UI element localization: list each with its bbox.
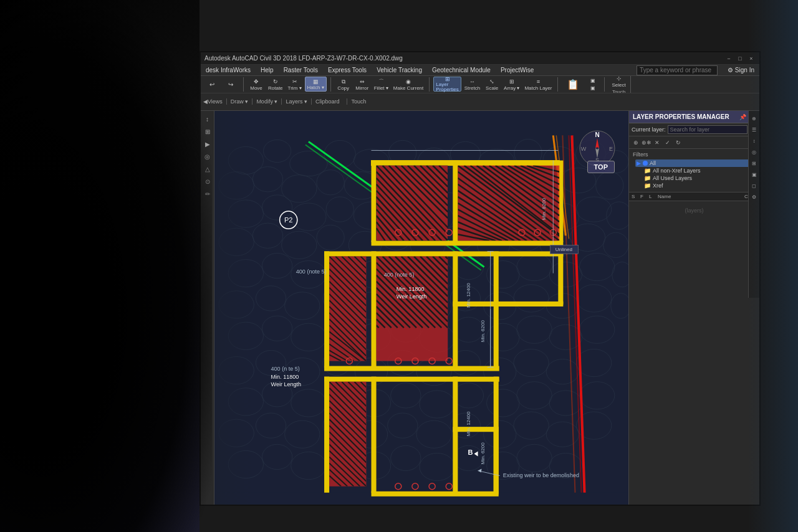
bg-left — [0, 0, 200, 532]
panel-header: LAYER PROPERTIES MANAGER 📌 × — [629, 111, 759, 123]
minimize-button[interactable]: − — [724, 54, 733, 63]
filter-all-dot — [643, 161, 648, 166]
svg-text:E: E — [609, 146, 613, 152]
monitor-screen: Autodesk AutoCAD Civil 3D 2018 LFD-ARP-Z… — [200, 51, 761, 506]
filter-all[interactable]: ▶ All — [635, 159, 756, 167]
menu-help[interactable]: Help — [258, 66, 276, 74]
left-tool-1[interactable]: ↕ — [202, 113, 213, 125]
layer-search-input[interactable] — [668, 125, 748, 134]
svg-text:Min. 8200: Min. 8200 — [541, 197, 547, 220]
panel-side-btn8[interactable]: ⚙ — [749, 192, 759, 202]
rotate-button[interactable]: ↻ Rotate — [266, 77, 285, 92]
svg-rect-208 — [494, 302, 564, 306]
current-layer-label: Current layer: — [632, 126, 666, 133]
layer-properties-button[interactable]: ⊞ LayerProperties — [433, 77, 461, 92]
svg-rect-206 — [324, 366, 499, 371]
svg-text:B: B — [468, 449, 473, 456]
panel-search-row: Current layer: 🔍 — [629, 123, 759, 136]
modify-section-label: Modify ▾ — [256, 98, 282, 105]
panel-pin-button[interactable]: 📌 — [739, 114, 746, 120]
filter-xref[interactable]: 📁 Xref — [643, 182, 756, 189]
menu-vehicle[interactable]: Vehicle Tracking — [374, 66, 425, 74]
delete-layer-button[interactable]: ✕ — [652, 138, 662, 148]
clipboard-section-label: Clipboard — [315, 98, 348, 105]
fillet-button[interactable]: ⌒ Fillet ▾ — [372, 77, 390, 92]
toolbar-area: ↩ ↪ ✥ Move ↻ Rotate ✂ Trim ▾ ▦ — [201, 76, 759, 111]
signin-button[interactable]: ⚙ Sign In — [725, 66, 757, 74]
filter-all-label: All — [650, 160, 656, 166]
svg-rect-265 — [494, 427, 499, 495]
left-tool-5[interactable]: △ — [202, 163, 213, 174]
panel-side-btn5[interactable]: ⊞ — [749, 158, 759, 168]
panel-side-btn1[interactable]: ⊕ — [749, 113, 759, 123]
main-area: ↕ ⊞ ▶ ◎ △ ⊙ ✏ — [201, 111, 759, 505]
clipboard-btn2[interactable]: ▣ — [585, 85, 600, 92]
set-current-button[interactable]: ✓ — [663, 138, 673, 148]
svg-rect-263 — [372, 492, 499, 496]
new-layer-freeze-button[interactable]: ⊕❄ — [642, 138, 651, 148]
touch-section: ⊹ Select Touch — [608, 76, 630, 93]
new-layer-button[interactable]: ⊕ — [631, 138, 641, 148]
menu-express[interactable]: Express Tools — [325, 66, 369, 74]
copy-group: ⧉ Copy ⇔ Mirror ⌒ Fillet ▾ ◉ Make Curren… — [335, 77, 430, 92]
menu-raster[interactable]: Raster Tools — [281, 66, 320, 74]
toolbar-row1: ↩ ↪ ✥ Move ↻ Rotate ✂ Trim ▾ ▦ — [201, 76, 759, 93]
svg-rect-201 — [372, 251, 377, 367]
left-toolbar: ↕ ⊞ ▶ ◎ △ ⊙ ✏ — [201, 111, 214, 505]
copy-button[interactable]: ⧉ Copy — [335, 77, 352, 92]
clipboard-btn1[interactable]: ▣ — [585, 77, 600, 84]
filters-label: Filters — [633, 151, 756, 158]
menu-projectwise[interactable]: ProjectWise — [498, 66, 536, 74]
svg-text:400 (note 5): 400 (note 5) — [296, 268, 327, 275]
menu-infraworks[interactable]: desk InfraWorks — [203, 66, 253, 74]
paste-button[interactable]: 📋 — [562, 77, 584, 92]
views-label: ◀Views — [203, 98, 227, 105]
left-tool-4[interactable]: ◎ — [202, 151, 213, 162]
refresh-button[interactable]: ↻ — [673, 138, 683, 148]
layers-section-label: Layers ▾ — [286, 98, 312, 105]
svg-text:Unlined: Unlined — [555, 247, 572, 252]
panel-title: LAYER PROPERTIES MANAGER — [633, 113, 729, 120]
left-tool-3[interactable]: ▶ — [202, 138, 213, 150]
panel-side-btn2[interactable]: ☰ — [749, 125, 759, 135]
svg-text:Min. 11800: Min. 11800 — [397, 286, 425, 292]
col-name: Name — [658, 194, 743, 199]
scale-button[interactable]: ⤡ Scale — [483, 77, 501, 92]
redo-button[interactable]: ↪ — [222, 77, 239, 92]
panel-side-btn4[interactable]: ◎ — [749, 147, 759, 157]
mirror-button[interactable]: ⇔ Mirror — [353, 77, 371, 92]
panel-filters: Filters ▶ All 📁 All non-Xref Layers 📁 — [629, 149, 759, 192]
svg-text:400 (n te 5): 400 (n te 5) — [271, 366, 300, 372]
trim-button[interactable]: ✂ Trim ▾ — [286, 77, 304, 92]
svg-text:400 (note 5): 400 (note 5) — [384, 272, 415, 278]
panel-side-btn3[interactable]: ↕ — [749, 136, 759, 146]
panel-side-btn7[interactable]: ◻ — [749, 181, 759, 191]
move-button[interactable]: ✥ Move — [248, 77, 265, 92]
select-mode-button[interactable]: ⊹ Select — [610, 76, 627, 88]
make-current-button[interactable]: ◉ Make Current — [392, 77, 425, 92]
svg-rect-207 — [453, 302, 498, 306]
stretch-button[interactable]: ↔ Stretch — [463, 77, 482, 92]
svg-rect-145 — [372, 161, 560, 166]
hatch-button[interactable]: ▦ Hatch ▾ — [305, 77, 327, 92]
filter-used[interactable]: 📁 All Used Layers — [643, 174, 756, 182]
close-button[interactable]: × — [747, 54, 756, 63]
filter-non-xref[interactable]: 📁 All non-Xref Layers — [643, 167, 756, 174]
maximize-button[interactable]: □ — [736, 54, 744, 63]
left-tool-2[interactable]: ⊞ — [202, 126, 213, 137]
left-tool-6[interactable]: ⊙ — [202, 176, 213, 187]
toolbar-row2: ◀Views Draw ▾ Modify ▾ Layers ▾ Clipboar… — [201, 93, 759, 110]
undo-button[interactable]: ↩ — [203, 77, 221, 92]
search-input[interactable] — [640, 67, 714, 74]
left-tool-7[interactable]: ✏ — [202, 188, 213, 199]
svg-rect-204 — [558, 251, 563, 305]
panel-side-btn6[interactable]: ▣ — [749, 169, 759, 179]
svg-rect-149 — [372, 240, 564, 245]
menu-bar: desk InfraWorks Help Raster Tools Expres… — [201, 65, 759, 76]
array-button[interactable]: ⊞ Array ▾ — [502, 77, 521, 92]
svg-text:Min. 6200: Min. 6200 — [480, 320, 486, 343]
match-layer-button[interactable]: ≡ Match Layer — [522, 77, 554, 92]
menu-geotechnical[interactable]: Geotechnical Module — [430, 66, 493, 74]
svg-text:Existing weir to be demolished: Existing weir to be demolished — [503, 472, 579, 478]
svg-text:Min. 11800: Min. 11800 — [271, 374, 299, 380]
